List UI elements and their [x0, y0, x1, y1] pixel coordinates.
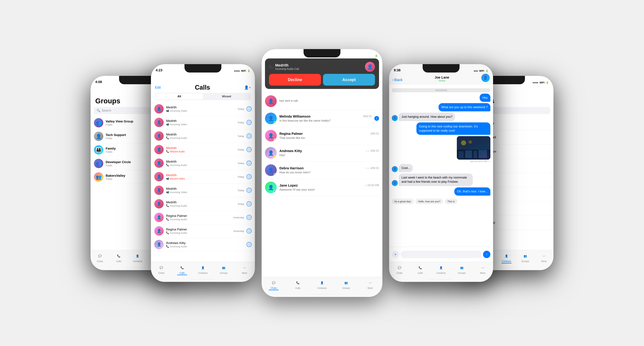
call-info-button[interactable]: ⓘ: [246, 242, 252, 247]
tab-more[interactable]: ⋯ More: [364, 279, 377, 289]
tab-chats-label: Chats: [271, 287, 277, 289]
battery-icon: 🔋: [375, 54, 378, 57]
call-info-button[interactable]: ⓘ: [246, 161, 252, 166]
tab-chats[interactable]: 💬 Chats: [267, 279, 280, 290]
date-divider: 23/12/2019: [392, 88, 490, 92]
back-button[interactable]: ‹ Back: [392, 78, 402, 82]
call-type: 📹 Missed Video: [166, 177, 235, 180]
call-info-button[interactable]: ⓘ: [246, 228, 252, 233]
chat-item[interactable]: 👤 Melinda Williamson JAN 01 Is this beac…: [262, 110, 382, 127]
tab-contacts[interactable]: 👤 Contacts: [434, 264, 448, 274]
tab-groups[interactable]: 👥 Groups: [340, 279, 353, 289]
call-item[interactable]: 👤 Medrith 📹 Incoming Video Today ⓘ: [151, 116, 255, 129]
phone-center: 4:13 ●●●● WiFi 🔋 📞 Medrith Incoming Audi…: [262, 49, 382, 297]
chat-header: Regina Palmer JAN 01: [280, 132, 379, 136]
chat-item[interactable]: 👤 Regina Palmer JAN 01 That sounds like …: [262, 127, 382, 144]
call-item[interactable]: 👤 Regina Palmer 📞 Incoming Audio Yesterd…: [151, 211, 255, 224]
call-item[interactable]: 👤 Andrews Kitty 📞 Incoming Audio ⓘ: [151, 238, 255, 251]
add-call-icon[interactable]: 👤+: [244, 85, 251, 90]
tab-contacts-label: Contacts: [133, 260, 142, 263]
filter-all[interactable]: All: [156, 93, 203, 99]
call-info-button[interactable]: ⓘ: [246, 201, 252, 206]
time-calls: 4:23: [156, 68, 162, 72]
incoming-caller-avatar: 👤: [365, 62, 375, 72]
call-item[interactable]: 👤 Medrith 📞 Incoming Audio Today ⓘ: [151, 157, 255, 170]
tab-contacts[interactable]: 👤 Contacts: [500, 253, 513, 263]
message-input[interactable]: [401, 251, 481, 258]
decline-button[interactable]: Decline: [269, 74, 321, 86]
call-item[interactable]: 👤 Regina Palmer 📞 Incoming Audio Yesterd…: [151, 224, 255, 238]
tab-calls[interactable]: 📞 Calls: [112, 253, 126, 263]
tab-groups[interactable]: 👥 Groups: [518, 253, 532, 263]
tab-contacts[interactable]: 👤 Contacts: [131, 253, 144, 263]
quick-reply[interactable]: Its a great day!: [392, 199, 414, 204]
chat-tab-icon: 💬: [270, 279, 277, 286]
call-item[interactable]: 👤 Medrith 📞 Incoming Audio Today ⓘ: [151, 129, 255, 143]
battery-icon: 🔋: [247, 69, 250, 72]
tab-contacts[interactable]: 👤 Contacts: [315, 279, 329, 289]
quick-reply[interactable]: Hello, how are you?: [416, 199, 443, 204]
chat-item[interactable]: 👤 Debra Harrison ✓✓ JAN 01 How do you kn…: [262, 162, 382, 179]
tab-more[interactable]: ⋯ More: [476, 264, 489, 274]
attachment-button[interactable]: +: [392, 251, 399, 258]
tab-chats[interactable]: 💬 Chats: [93, 253, 107, 263]
edit-button[interactable]: Edit: [155, 86, 161, 89]
groups-tab-icon: 👥: [458, 264, 465, 271]
call-info-button[interactable]: ⓘ: [246, 215, 252, 220]
call-item[interactable]: 👤 Medrith 📹 Incoming Video Today ⓘ: [151, 183, 255, 197]
chat-avatar: 👤: [265, 147, 277, 159]
call-time: Today: [238, 189, 244, 192]
unread-badge: 1: [374, 116, 379, 121]
tab-calls[interactable]: 📞 Calls: [176, 264, 189, 275]
call-item[interactable]: 👤 Medrith 📹 Incoming Video Today ⓘ: [151, 102, 255, 116]
tab-chats-label: Chats: [97, 260, 103, 263]
call-info-button[interactable]: ⓘ: [246, 134, 252, 139]
call-time: Yesterday: [233, 230, 244, 232]
read-receipts: ✓✓: [366, 167, 370, 170]
call-info-button[interactable]: ⓘ: [246, 106, 252, 111]
phone-icon: 📞: [166, 245, 169, 248]
tab-calls[interactable]: 📞 Calls: [291, 279, 304, 289]
tab-chats[interactable]: 💬 Chats: [393, 264, 406, 274]
call-info: Regina Palmer 📞 Incoming Audio: [166, 228, 231, 234]
message-image: [457, 136, 490, 160]
tab-contacts[interactable]: 👤 Contacts: [196, 264, 210, 274]
caller-name: Medrith: [166, 173, 235, 177]
chat-preview: Is this beacuse we like the same hobby?: [280, 119, 372, 122]
message-input-bar: + ↑: [389, 247, 493, 262]
call-type: 📹 Incoming Video: [166, 109, 235, 112]
tab-calls[interactable]: 📞 Calls: [414, 264, 427, 274]
caller-avatar: 👤: [154, 159, 164, 168]
call-info-button[interactable]: ⓘ: [246, 120, 252, 125]
call-type: 📞 Incoming Audio: [166, 164, 235, 167]
accept-button[interactable]: Accept: [323, 74, 375, 86]
call-item[interactable]: 👤 Medrith 📹 Missed Video Today ⓘ: [151, 170, 255, 183]
call-item[interactable]: 👤 Medrith 📞 Incoming Audio Today ⓘ: [151, 197, 255, 211]
tab-more[interactable]: ⋯ More: [537, 253, 551, 263]
send-button[interactable]: ↑: [483, 251, 490, 258]
chat-header: Andrews Kitty ✓✓ JAN 01: [280, 149, 379, 153]
chat-item[interactable]: 👤 has sent a call.: [262, 93, 382, 110]
quick-reply[interactable]: This is: [445, 199, 457, 204]
tab-more[interactable]: ⋯ More: [238, 264, 251, 274]
tab-groups[interactable]: 👥 Groups: [217, 264, 230, 274]
chat-item[interactable]: 👤 Jane Lopez ✓ 03:50 PM Awesome I'll see…: [262, 179, 382, 196]
tab-chats[interactable]: 💬 Chats: [155, 264, 168, 274]
chat-item[interactable]: 👤 Andrews Kitty ✓✓ JAN 01 Hey!: [262, 144, 382, 162]
notch-conv: [422, 64, 460, 72]
tab-contacts-label: Contacts: [502, 260, 511, 263]
tab-more-label: More: [368, 287, 373, 289]
call-item[interactable]: 👤 Medrith 📞 Missed Audio Today ⓘ: [151, 143, 255, 157]
call-info-button[interactable]: ⓘ: [246, 188, 252, 193]
call-info-button[interactable]: ⓘ: [246, 174, 252, 179]
chat-content: has sent a call.: [280, 99, 379, 103]
call-type: 📞 Missed Audio: [166, 150, 235, 153]
caller-icon: 📞: [269, 65, 273, 69]
caller-name: Medrith: [166, 187, 235, 190]
tab-groups[interactable]: 👥 Groups: [455, 264, 468, 274]
call-info-button[interactable]: ⓘ: [246, 147, 252, 152]
caller-avatar: 👤: [154, 185, 164, 195]
phone-icon: 📞: [166, 150, 169, 153]
filter-missed[interactable]: Missed: [203, 93, 250, 99]
time-center: 4:13: [266, 53, 273, 57]
